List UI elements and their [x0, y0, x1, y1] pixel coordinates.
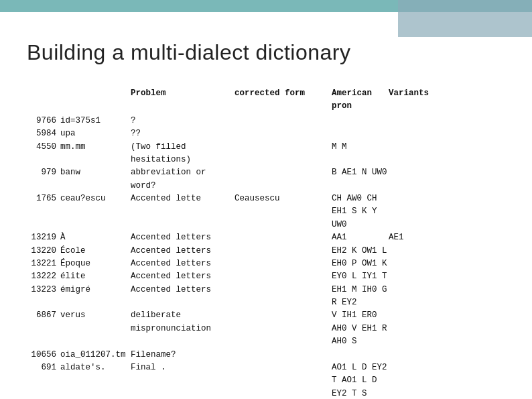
row-problem: ?? — [131, 127, 235, 140]
row-american: EH0 P OW1 K — [332, 258, 389, 270]
table-row: 13222 élite Accented letters EY0 L IY1 T — [27, 270, 532, 283]
row-word: oia_011207.tm — [60, 349, 131, 361]
row-american: EY0 L IY1 T — [332, 270, 389, 283]
header-problem: Problem — [131, 87, 235, 113]
row-id: 4550 — [27, 141, 60, 154]
table-row: 13223 émigré Accented letters EH1 M IH0 … — [27, 284, 532, 310]
row-id: 979 — [27, 166, 60, 179]
row-corrected: Ceausescu — [235, 192, 332, 205]
row-id: 10656 — [27, 349, 60, 361]
row-id: 13223 — [27, 284, 60, 296]
table-row: 10656 oia_011207.tm Filename? — [27, 349, 532, 361]
row-id: 13220 — [27, 245, 60, 258]
table-row: 691 aldate's. Final . AO1 L D EY2 T AO1 … — [27, 361, 532, 399]
row-problem: (Two filled hesitations) — [131, 141, 235, 167]
row-problem: Accented letters — [131, 284, 235, 296]
row-variants: AE1 — [389, 231, 532, 244]
row-word: upa — [60, 127, 131, 140]
table-row: 979 banw abbreviation or word? B AE1 N U… — [27, 166, 532, 192]
row-american: M M — [332, 141, 389, 154]
row-id: 1765 — [27, 192, 60, 205]
page-title: Building a multi-dialect dictionary — [27, 40, 351, 65]
row-id: 13222 — [27, 270, 60, 283]
row-word: aldate's. — [60, 361, 131, 374]
table-row: 5984 upa ?? — [27, 127, 532, 140]
row-word: Époque — [60, 258, 131, 270]
row-problem: abbreviation or word? — [131, 166, 235, 192]
row-id: 5984 — [27, 127, 60, 140]
row-american: AO1 L D EY2 T AO1 L D EY2 T S — [332, 361, 389, 399]
row-american: CH AW0 CH EH1 S K Y UW0 — [332, 192, 389, 231]
row-word: mm.mm — [60, 141, 131, 154]
row-american: V IH1 ER0 AH0 V EH1 R AH0 S — [332, 309, 389, 348]
row-problem: Final . — [131, 361, 235, 374]
row-id: 13221 — [27, 258, 60, 270]
row-american: B AE1 N UW0 — [332, 166, 389, 179]
row-problem: Filename? — [131, 349, 235, 361]
top-right-block — [398, 0, 532, 37]
table-row: 4550 mm.mm (Two filled hesitations) M M — [27, 141, 532, 167]
table-row: 1765 ceau?escu Accented lette Ceausescu … — [27, 192, 532, 231]
table-body: 9766 id=375s1 ? 5984 upa ?? 4550 mm.mm (… — [27, 115, 532, 399]
row-problem: Accented letters — [131, 270, 235, 283]
row-word: École — [60, 245, 131, 258]
header-variants: Variants — [389, 87, 532, 113]
header-corrected: corrected form — [235, 87, 332, 113]
row-word: émigré — [60, 284, 131, 296]
row-problem: Accented letters — [131, 231, 235, 244]
table-row: 13219 À Accented letters AA1 AE1 — [27, 231, 532, 244]
table-row: 13220 École Accented letters EH2 K OW1 L — [27, 245, 532, 258]
row-american: EH2 K OW1 L — [332, 245, 389, 258]
row-word: verus — [60, 309, 131, 322]
table-header: Problem corrected form American pron Var… — [131, 87, 532, 113]
table-row: 13221 Époque Accented letters EH0 P OW1 … — [27, 258, 532, 270]
row-problem: Accented lette — [131, 192, 235, 205]
data-table: Problem corrected form American pron Var… — [27, 87, 532, 399]
row-problem: ? — [131, 115, 235, 127]
row-problem: Accented letters — [131, 258, 235, 270]
row-problem: Accented letters — [131, 245, 235, 258]
row-id: 13219 — [27, 231, 60, 244]
row-word: élite — [60, 270, 131, 283]
table-row: 6867 verus deliberate mispronunciation V… — [27, 309, 532, 348]
table-row: 9766 id=375s1 ? — [27, 115, 532, 127]
row-id: 6867 — [27, 309, 60, 322]
row-word: À — [60, 231, 131, 244]
row-word: banw — [60, 166, 131, 179]
header-american: American pron — [332, 87, 389, 113]
row-problem: deliberate mispronunciation — [131, 309, 235, 335]
row-id: 9766 — [27, 115, 60, 127]
row-american: AA1 — [332, 231, 389, 244]
row-american: EH1 M IH0 G R EY2 — [332, 284, 389, 310]
row-word: ceau?escu — [60, 192, 131, 205]
row-word: id=375s1 — [60, 115, 131, 127]
row-id: 691 — [27, 361, 60, 374]
